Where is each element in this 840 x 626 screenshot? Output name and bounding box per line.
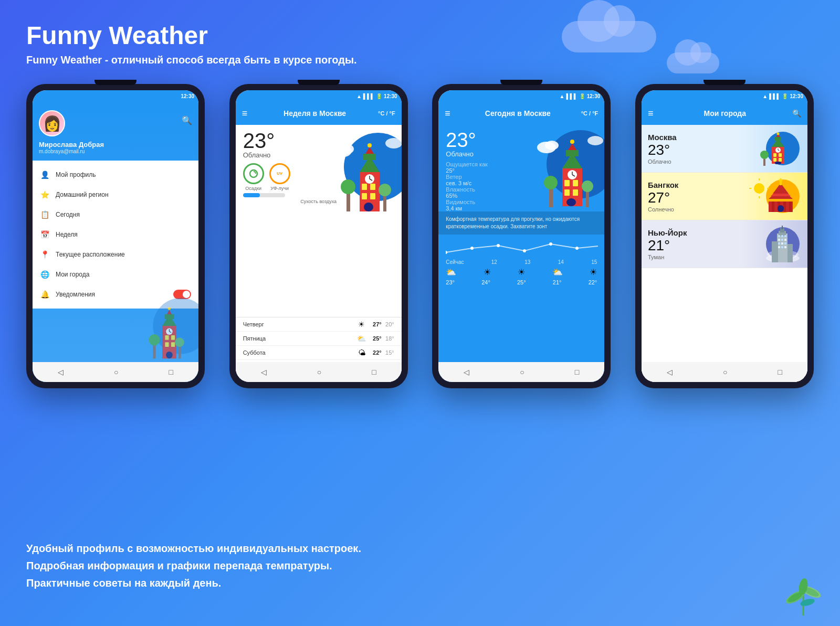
- svg-point-24: [368, 143, 372, 147]
- today-title: Сегодня в Москве: [455, 109, 581, 118]
- status-time-3: 12:30: [587, 93, 601, 99]
- phone-top-bar-4: [704, 80, 746, 85]
- svg-rect-107: [778, 235, 780, 237]
- recent-button-4[interactable]: □: [778, 368, 782, 376]
- today-advice-text: Комфортная температура для прогулки, но …: [446, 216, 580, 229]
- svg-rect-51: [564, 189, 570, 196]
- back-button-1[interactable]: ◁: [58, 368, 64, 376]
- back-button-4[interactable]: ◁: [667, 368, 673, 376]
- svg-rect-76: [773, 153, 776, 157]
- svg-rect-109: [784, 235, 786, 237]
- svg-rect-28: [362, 184, 367, 190]
- drawer-background: 🔍 👩 Мирослава Добрая m.dobraya@mail.ru 👤…: [33, 102, 198, 382]
- bell-icon: 🔔: [40, 290, 49, 299]
- drawer-item-home-region[interactable]: ⭐ Домашний регион: [33, 185, 198, 205]
- hour-12-icon: ☀: [484, 267, 491, 277]
- recent-button-3[interactable]: □: [575, 368, 579, 376]
- svg-point-95: [754, 183, 764, 194]
- phone-2: ▲ ▌▌▌ 🔋 12:30 ≡ Неделя в Москве °C / °F …: [229, 84, 408, 388]
- status-bar-4: ▲ ▌▌▌ 🔋 12:30: [642, 90, 807, 102]
- home-button-2[interactable]: ○: [317, 368, 321, 376]
- home-button-4[interactable]: ○: [723, 368, 727, 376]
- drawer-item-profile[interactable]: 👤 Мой профиль: [33, 165, 198, 185]
- city-card-bangkok[interactable]: Бангкок 27° Солнечно: [642, 173, 807, 220]
- phone-3-nav: ◁ ○ □: [438, 362, 604, 382]
- home-button-3[interactable]: ○: [520, 368, 524, 376]
- temp-toggle-3[interactable]: °C / °F: [581, 110, 598, 116]
- drawer-item-location[interactable]: 📍 Текущее расположение: [33, 245, 198, 264]
- today-icon: 📋: [40, 210, 49, 219]
- svg-rect-3: [165, 314, 174, 319]
- back-button-2[interactable]: ◁: [261, 368, 267, 376]
- hour-13-temp: 25°: [517, 279, 526, 285]
- hour-14-temp: 21°: [553, 279, 562, 285]
- city-card-newyork[interactable]: Нью-Йорк 21° Туман: [642, 220, 807, 268]
- drawer-item-my-cities[interactable]: 🌐 Мои города: [33, 264, 198, 284]
- plant-decoration: [782, 553, 824, 616]
- svg-rect-77: [779, 153, 782, 157]
- visibility-row: Видимость: [446, 199, 488, 205]
- svg-rect-78: [773, 158, 776, 162]
- cloud-large-decoration: [562, 21, 656, 52]
- back-button-3[interactable]: ◁: [464, 368, 469, 376]
- forecast-row-sat: Суббота 🌤 22° 15°: [236, 346, 402, 360]
- phone-2-nav: ◁ ○ □: [236, 362, 402, 382]
- status-icons-3: ▲ ▌▌▌ 🔋 12:30: [560, 93, 601, 99]
- hour-13-label: 13: [524, 259, 530, 265]
- svg-rect-50: [573, 180, 578, 186]
- svg-point-82: [760, 151, 769, 159]
- forecast-high-fri: 25°: [367, 335, 382, 342]
- hour-now-temp: 23°: [446, 279, 455, 285]
- drawer-item-today[interactable]: 📋 Сегодня: [33, 205, 198, 225]
- temp-toggle-2[interactable]: °C / °F: [378, 110, 395, 116]
- today-details: Ощущается как 25° Ветер сев. 3 м/с Влажн…: [446, 161, 488, 211]
- city-name-moscow: Москва: [648, 133, 749, 142]
- svg-rect-116: [778, 246, 780, 248]
- svg-rect-113: [778, 242, 780, 245]
- svg-point-55: [544, 176, 558, 189]
- drawer-label-week: Неделя: [56, 231, 78, 238]
- home-button-1[interactable]: ○: [114, 368, 118, 376]
- svg-rect-10: [171, 335, 175, 340]
- phone-4-nav: ◁ ○ □: [642, 362, 807, 382]
- svg-rect-112: [784, 239, 786, 241]
- svg-point-63: [497, 244, 500, 247]
- phone-1: 12:30 🔍 👩 Мирослава Добрая m.dobraya@mai…: [26, 84, 205, 388]
- svg-point-64: [523, 249, 526, 252]
- city-card-moscow[interactable]: Москва 23° Облачно: [642, 125, 807, 173]
- today-content: 23° Облачно Ощущается как 25° Ветер сев.…: [438, 125, 604, 382]
- menu-icon-4[interactable]: ≡: [648, 108, 654, 119]
- hour-15-temp: 22°: [589, 279, 597, 285]
- drawer-item-week[interactable]: 📅 Неделя: [33, 225, 198, 245]
- phone-top-bar-3: [500, 80, 542, 85]
- svg-rect-30: [362, 193, 367, 199]
- city-weather-bangkok: Солнечно: [648, 206, 749, 213]
- svg-rect-108: [781, 235, 783, 237]
- svg-rect-79: [779, 158, 782, 162]
- svg-point-72: [776, 133, 779, 135]
- svg-rect-110: [778, 239, 780, 241]
- phone-3-screen: ▲ ▌▌▌ 🔋 12:30 ≡ Сегодня в Москве °C / °F…: [438, 90, 604, 382]
- svg-rect-22: [363, 154, 376, 160]
- battery-icon-4: 🔋: [782, 93, 788, 99]
- drawer-email: m.dobraya@mail.ru: [39, 148, 192, 154]
- wifi-icon-3: ▲: [560, 93, 565, 99]
- hour-13-icon: ☀: [518, 267, 525, 277]
- footer-line-3: Практичные советы на каждый день.: [26, 577, 361, 589]
- forecast-low-fri: 18°: [382, 335, 394, 342]
- drawer-search-icon[interactable]: 🔍: [182, 115, 192, 125]
- svg-rect-32: [364, 203, 373, 211]
- hour-14-label: 14: [558, 259, 564, 265]
- signal-icon-4: ▌▌▌: [769, 93, 780, 99]
- menu-icon-2[interactable]: ≡: [242, 108, 248, 119]
- svg-rect-49: [564, 180, 570, 186]
- menu-icon-3[interactable]: ≡: [445, 108, 450, 119]
- search-icon-4[interactable]: 🔍: [792, 109, 801, 118]
- svg-rect-12: [171, 342, 175, 347]
- week-icon: 📅: [40, 230, 49, 239]
- recent-button-1[interactable]: □: [169, 368, 173, 376]
- drawer-label-profile: Мой профиль: [56, 171, 96, 178]
- city-art-newyork: [749, 226, 801, 262]
- recent-button-2[interactable]: □: [372, 368, 376, 376]
- uv-indicator: UV УФ-лучи: [269, 163, 290, 191]
